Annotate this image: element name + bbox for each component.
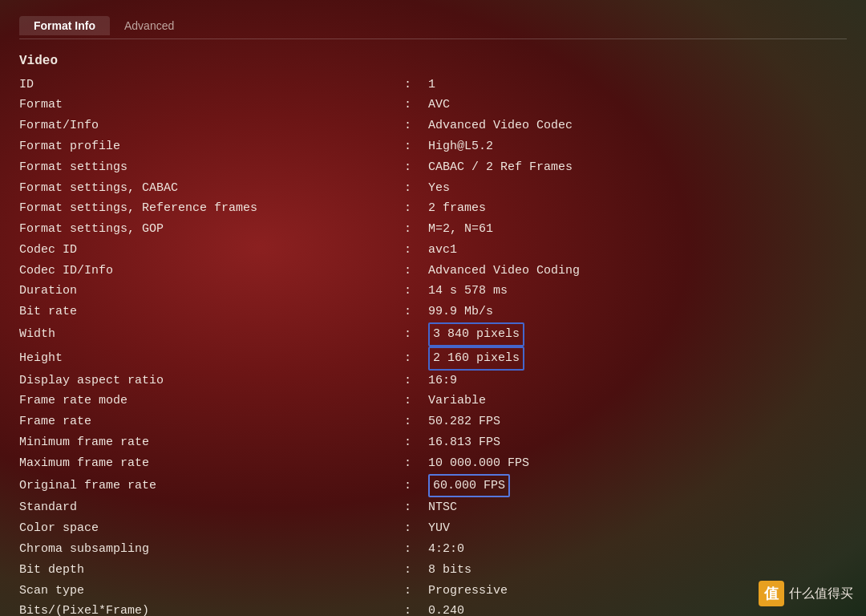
row-value: Advanced Video Codec bbox=[428, 116, 847, 136]
table-row: Format/Info: Advanced Video Codec bbox=[19, 116, 847, 136]
table-row: ID: 1 bbox=[19, 75, 847, 95]
highlight-value: 60.000 FPS bbox=[428, 474, 510, 498]
row-value: 16:9 bbox=[428, 371, 847, 391]
row-value: 3 840 pixels bbox=[428, 322, 847, 346]
row-value: 2 160 pixels bbox=[428, 346, 847, 371]
info-table: Video bbox=[19, 51, 847, 75]
table-row: Color space: YUV bbox=[19, 518, 847, 539]
row-separator: : bbox=[404, 371, 428, 391]
row-separator: : bbox=[404, 198, 428, 219]
row-separator: : bbox=[404, 411, 428, 432]
row-label: Format/Info bbox=[19, 116, 404, 136]
table-row: Frame rate mode: Variable bbox=[19, 391, 847, 411]
row-value: avc1 bbox=[428, 240, 847, 261]
row-value: 99.9 Mb/s bbox=[428, 302, 847, 322]
main-content: Format Info Advanced Video ID: 1Format: … bbox=[0, 0, 866, 616]
table-row: Codec ID: avc1 bbox=[19, 240, 847, 261]
table-row: Bit rate: 99.9 Mb/s bbox=[19, 302, 847, 322]
row-value: 8 bits bbox=[428, 560, 847, 581]
tabs-bar: Format Info Advanced bbox=[19, 16, 847, 39]
row-separator: : bbox=[404, 75, 428, 95]
row-label: Codec ID bbox=[19, 240, 404, 261]
row-separator: : bbox=[404, 539, 428, 560]
row-label: Bit rate bbox=[19, 302, 404, 322]
row-separator: : bbox=[404, 240, 428, 261]
row-separator: : bbox=[404, 261, 428, 282]
row-separator: : bbox=[404, 497, 428, 518]
row-label: Bit depth bbox=[19, 560, 404, 581]
row-label: Width bbox=[19, 324, 404, 345]
row-label: Bits/(Pixel*Frame) bbox=[19, 601, 404, 616]
row-separator: : bbox=[404, 432, 428, 453]
row-value: Yes bbox=[428, 178, 847, 199]
row-separator: : bbox=[404, 601, 428, 616]
table-row: Scan type: Progressive bbox=[19, 581, 847, 602]
row-value: NTSC bbox=[428, 497, 847, 518]
row-label: Format profile bbox=[19, 136, 404, 157]
row-separator: : bbox=[404, 157, 428, 178]
row-label: Format settings, Reference frames bbox=[19, 198, 404, 219]
row-label: Display aspect ratio bbox=[19, 371, 404, 391]
row-value: YUV bbox=[428, 518, 847, 539]
table-row: Height: 2 160 pixels bbox=[19, 346, 847, 371]
table-row: Chroma subsampling: 4:2:0 bbox=[19, 539, 847, 560]
row-value: CABAC / 2 Ref Frames bbox=[428, 157, 847, 178]
row-label: Original frame rate bbox=[19, 476, 404, 496]
section-title: Video bbox=[19, 51, 58, 73]
row-label: Format settings, GOP bbox=[19, 219, 404, 240]
row-label: Format settings, CABAC bbox=[19, 178, 404, 199]
table-row: Format settings, GOP: M=2, N=61 bbox=[19, 219, 847, 240]
row-value: 14 s 578 ms bbox=[428, 281, 847, 302]
table-row: Maximum frame rate: 10 000.000 FPS bbox=[19, 453, 847, 474]
watermark: 值 什么值得买 bbox=[759, 581, 853, 606]
table-row: Standard: NTSC bbox=[19, 497, 847, 518]
row-value: 16.813 FPS bbox=[428, 432, 847, 453]
row-separator: : bbox=[404, 281, 428, 302]
row-label: Codec ID/Info bbox=[19, 261, 404, 282]
table-row: Duration: 14 s 578 ms bbox=[19, 281, 847, 302]
row-separator: : bbox=[404, 136, 428, 157]
row-value: AVC bbox=[428, 95, 847, 116]
table-row: Original frame rate: 60.000 FPS bbox=[19, 474, 847, 498]
row-value: 4:2:0 bbox=[428, 539, 847, 560]
table-row: Codec ID/Info: Advanced Video Coding bbox=[19, 261, 847, 282]
table-row: Bit depth: 8 bits bbox=[19, 560, 847, 581]
row-value: Variable bbox=[428, 391, 847, 411]
row-separator: : bbox=[404, 581, 428, 602]
row-separator: : bbox=[404, 391, 428, 411]
row-separator: : bbox=[404, 95, 428, 116]
row-separator: : bbox=[404, 178, 428, 199]
row-value: M=2, N=61 bbox=[428, 219, 847, 240]
row-separator: : bbox=[404, 476, 428, 496]
row-label: Frame rate bbox=[19, 411, 404, 432]
row-separator: : bbox=[404, 560, 428, 581]
watermark-icon: 值 bbox=[759, 581, 784, 606]
table-row: Minimum frame rate: 16.813 FPS bbox=[19, 432, 847, 453]
row-label: Frame rate mode bbox=[19, 391, 404, 411]
row-value: 60.000 FPS bbox=[428, 474, 847, 498]
row-separator: : bbox=[404, 324, 428, 345]
table-row: Format settings: CABAC / 2 Ref Frames bbox=[19, 157, 847, 178]
row-label: Minimum frame rate bbox=[19, 432, 404, 453]
table-row: Format settings, CABAC: Yes bbox=[19, 178, 847, 199]
row-label: Standard bbox=[19, 497, 404, 518]
row-value: 50.282 FPS bbox=[428, 411, 847, 432]
highlight-value: 3 840 pixels bbox=[428, 322, 524, 346]
highlight-value: 2 160 pixels bbox=[428, 346, 524, 371]
tab-advanced[interactable]: Advanced bbox=[110, 16, 188, 35]
table-row: Display aspect ratio: 16:9 bbox=[19, 371, 847, 391]
row-label: ID bbox=[19, 75, 404, 95]
table-row: Format settings, Reference frames: 2 fra… bbox=[19, 198, 847, 219]
row-separator: : bbox=[404, 116, 428, 136]
table-row: Bits/(Pixel*Frame): 0.240 bbox=[19, 601, 847, 616]
row-value: 2 frames bbox=[428, 198, 847, 219]
row-label: Scan type bbox=[19, 581, 404, 602]
watermark-text: 什么值得买 bbox=[789, 586, 853, 602]
row-value: 10 000.000 FPS bbox=[428, 453, 847, 474]
row-separator: : bbox=[404, 219, 428, 240]
tab-format-info[interactable]: Format Info bbox=[19, 16, 110, 35]
row-label: Chroma subsampling bbox=[19, 539, 404, 560]
row-separator: : bbox=[404, 518, 428, 539]
section-title-row: Video bbox=[19, 51, 847, 75]
row-label: Duration bbox=[19, 281, 404, 302]
